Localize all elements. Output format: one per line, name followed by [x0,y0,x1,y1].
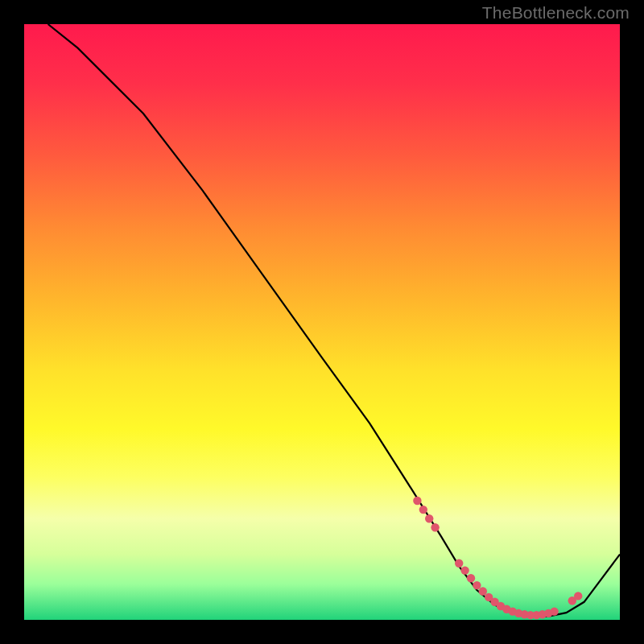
marker-point [431,523,439,531]
marker-point [413,497,421,505]
gradient-plot-area [24,24,620,620]
marker-point [425,514,433,522]
marker-point [473,581,481,589]
marker-point [550,607,558,615]
marker-point [419,506,427,514]
marker-point [467,574,475,582]
watermark-text: TheBottleneck.com [482,3,630,23]
marker-point [574,592,582,600]
marker-point [455,559,463,568]
marker-point [479,587,487,595]
marker-point [460,566,469,574]
bottleneck-curve [48,24,620,617]
chart-overlay-svg [24,24,620,620]
chart-frame: TheBottleneck.com [0,0,644,644]
marker-cluster [413,497,582,620]
